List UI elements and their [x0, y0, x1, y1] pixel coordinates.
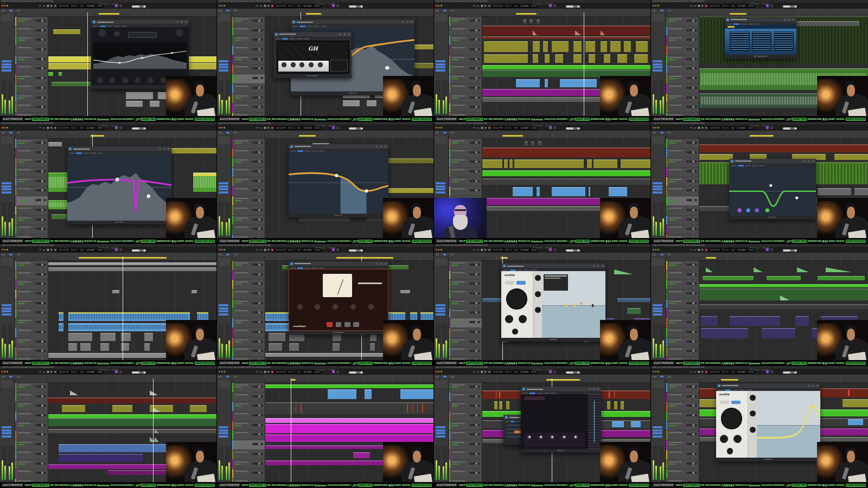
track-volume-slider[interactable] [469, 67, 480, 69]
track-header-row[interactable] [666, 55, 699, 65]
track-volume-slider[interactable] [35, 29, 46, 31]
close-icon[interactable] [436, 249, 437, 251]
toolbar-right-cluster[interactable] [115, 4, 122, 7]
tool-chip2[interactable] [668, 132, 671, 133]
region-inspector[interactable] [652, 258, 664, 266]
track-volume-slider[interactable] [252, 87, 263, 89]
region[interactable] [269, 343, 282, 351]
channel-strip-right[interactable] [8, 446, 14, 480]
track-volume-slider[interactable] [686, 302, 697, 304]
track-volume-slider[interactable] [252, 424, 263, 426]
toolbar-right-cluster[interactable] [115, 248, 122, 251]
lcd-display[interactable]: 41:11:3.78 8 1 1 1 4/4 141.0000 D min [275, 126, 321, 130]
close-icon[interactable] [653, 5, 654, 7]
region[interactable] [112, 290, 119, 293]
tool-chip[interactable] [219, 376, 222, 377]
track-header-row[interactable] [449, 17, 482, 27]
region[interactable] [328, 389, 356, 399]
track-header-row[interactable] [449, 431, 482, 440]
track-header-row[interactable] [449, 460, 482, 470]
region[interactable] [610, 41, 621, 52]
lcd-display[interactable]: 41:11:3.78 8 1 1 1 4/4 141.0000 D min [275, 4, 321, 8]
track-header-row[interactable] [666, 84, 699, 94]
track-header-row[interactable] [449, 338, 482, 348]
toolbar-right-cluster[interactable] [549, 248, 556, 251]
track-header-row[interactable] [666, 271, 699, 280]
decap-knob[interactable] [368, 304, 374, 310]
track-volume-slider[interactable] [252, 106, 263, 108]
rewind-icon[interactable]: ⏮ [256, 4, 258, 8]
track-header-row[interactable] [232, 17, 265, 27]
tool-chip-blue[interactable] [9, 376, 12, 377]
region[interactable] [269, 333, 285, 341]
master-volume-slider[interactable] [132, 249, 146, 252]
tool-chip2[interactable] [451, 10, 454, 11]
tool-chip-blue[interactable] [226, 132, 229, 133]
track-list-toolbar[interactable] [15, 134, 48, 139]
region[interactable] [627, 308, 641, 314]
track-volume-slider[interactable] [35, 97, 46, 99]
track-volume-slider[interactable] [686, 433, 697, 435]
style-select-button[interactable] [353, 322, 359, 327]
track-volume-slider[interactable] [252, 199, 263, 201]
track-volume-slider[interactable] [35, 189, 46, 191]
input-knob[interactable] [99, 29, 106, 36]
master-volume-slider[interactable] [566, 127, 580, 130]
track-header-row[interactable] [15, 431, 48, 440]
track-header-row[interactable] [15, 177, 48, 187]
track-volume-slider[interactable] [252, 433, 263, 435]
track-header-row[interactable] [666, 347, 699, 357]
mix-knob[interactable] [114, 31, 119, 36]
playhead[interactable] [584, 12, 584, 116]
zoom-icon[interactable] [224, 371, 225, 373]
forward-icon[interactable]: ⏭ [43, 4, 45, 8]
zoom-icon[interactable] [7, 249, 8, 251]
region-inspector[interactable] [435, 14, 447, 22]
plugin-slot-stack[interactable] [653, 60, 662, 72]
track-header-row[interactable] [666, 196, 699, 206]
track-volume-slider[interactable] [252, 282, 263, 285]
track-header-row[interactable] [666, 431, 699, 440]
region[interactable] [504, 159, 507, 169]
track-header-row[interactable] [232, 196, 265, 206]
plugin-slot-stack[interactable] [436, 304, 445, 316]
transport-controls[interactable]: ⏮ ⏭ ■ ▶ ● ↻ [690, 248, 711, 252]
region-inspector[interactable] [1, 136, 13, 144]
track-volume-slider[interactable] [252, 67, 263, 69]
track-volume-slider[interactable] [35, 341, 46, 343]
mixer-button[interactable] [553, 370, 556, 373]
zoom-icon[interactable] [7, 5, 8, 7]
soothe-mode-pill2[interactable] [731, 401, 741, 404]
track-header-row[interactable] [15, 158, 48, 168]
track-header-row[interactable] [232, 309, 265, 318]
transport-controls[interactable]: ⏮ ⏭ ■ ▶ ● ↻ [690, 370, 711, 374]
transport-controls[interactable]: ⏮ ⏭ ■ ▶ ● ↻ [39, 248, 60, 252]
track-volume-slider[interactable] [686, 29, 697, 31]
region[interactable] [482, 170, 651, 176]
region[interactable] [604, 54, 610, 63]
play-icon[interactable]: ▶ [484, 126, 486, 130]
track-header-row[interactable] [666, 261, 699, 271]
tool-chip-blue[interactable] [660, 132, 663, 133]
track-volume-slider[interactable] [469, 463, 480, 465]
region[interactable] [484, 54, 528, 63]
track-header-row[interactable] [15, 225, 48, 235]
track-header-row[interactable] [232, 55, 265, 65]
track-volume-slider[interactable] [252, 228, 263, 230]
track-volume-slider[interactable] [686, 97, 697, 99]
cycle-range[interactable] [516, 13, 536, 15]
region[interactable] [587, 159, 592, 169]
close-icon[interactable] [2, 249, 3, 251]
traffic-lights[interactable] [2, 127, 8, 129]
traffic-lights[interactable] [436, 127, 442, 129]
region[interactable] [636, 41, 648, 52]
track-header-row[interactable] [666, 290, 699, 299]
lcd-display[interactable]: 41:11:3.78 8 1 1 1 4/4 141.0000 D min [492, 370, 538, 374]
mixer-button[interactable] [336, 126, 339, 129]
minimize-icon[interactable] [655, 127, 657, 129]
track-volume-slider[interactable] [252, 180, 263, 182]
region-inspector[interactable] [652, 136, 664, 144]
region[interactable] [609, 187, 627, 196]
track-volume-slider[interactable] [252, 414, 263, 416]
track-volume-slider[interactable] [35, 350, 46, 352]
